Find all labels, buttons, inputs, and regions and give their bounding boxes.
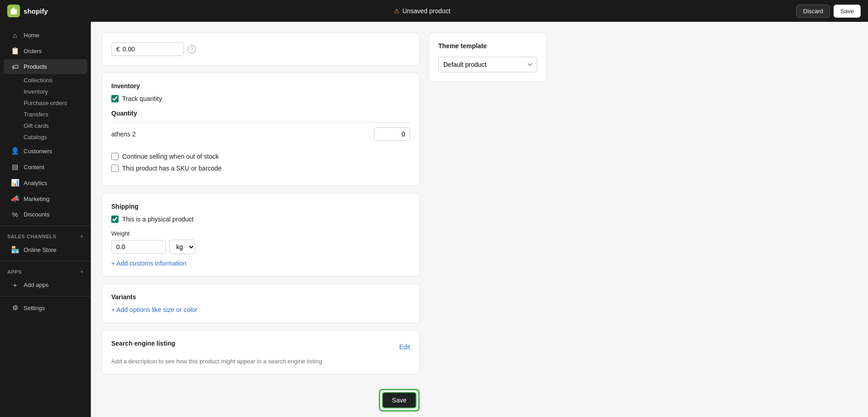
content-icon: ▤ [11, 163, 19, 171]
online-store-icon: 🏪 [11, 246, 19, 254]
physical-product-label: This is a physical product [122, 216, 193, 223]
seo-description: Add a description to see how this produc… [111, 358, 410, 365]
sidebar-label-collections: Collections [24, 77, 53, 84]
sidebar-divider-1 [0, 226, 91, 226]
expand-icon[interactable]: + [80, 233, 84, 240]
sales-channels-label: Sales channels [7, 234, 56, 239]
physical-product-row: This is a physical product [111, 216, 410, 223]
discounts-icon: % [11, 211, 19, 218]
theme-template-title: Theme template [438, 42, 537, 50]
add-options-link[interactable]: + Add options like size or color [111, 306, 410, 313]
quantity-input[interactable] [374, 127, 410, 141]
sidebar-item-settings[interactable]: ⚙ Settings [4, 300, 87, 316]
add-customs-label: + Add customs information [111, 260, 186, 267]
theme-template-card: Theme template Default product [429, 33, 547, 82]
apps-label: Apps [7, 269, 22, 275]
sidebar-label-catalogs: Catalogs [24, 134, 47, 141]
save-button-bottom[interactable]: Save [382, 392, 417, 408]
seo-header-row: Search engine listing Edit [111, 340, 410, 354]
sidebar-label-discounts: Discounts [24, 211, 50, 218]
price-input-row: € ? [111, 42, 410, 56]
sidebar-label-orders: Orders [24, 48, 42, 55]
sidebar-item-gift-cards[interactable]: Gift cards [4, 120, 87, 131]
sidebar-item-catalogs[interactable]: Catalogs [4, 131, 87, 143]
sidebar-item-analytics[interactable]: 📊 Analytics [4, 175, 87, 191]
content-area: € ? Inventory Track quantity Quantity [102, 33, 857, 417]
sidebar-divider-2 [0, 261, 91, 261]
physical-product-checkbox[interactable] [111, 216, 119, 223]
price-field[interactable] [123, 45, 159, 53]
sidebar-item-products[interactable]: 🏷 Products [4, 59, 87, 74]
shopify-logo: shopify [7, 5, 48, 17]
apps-section: Apps + [0, 265, 91, 277]
bottom-save-area: Save [102, 382, 420, 417]
sidebar-divider-3 [0, 296, 91, 296]
sku-barcode-label: This product has a SKU or barcode [122, 165, 222, 172]
main-content: € ? Inventory Track quantity Quantity [91, 22, 868, 417]
sidebar-item-transfers[interactable]: Transfers [4, 109, 87, 120]
quantity-row: athens 2 [111, 122, 410, 146]
location-name: athens 2 [111, 131, 136, 138]
topbar-left: shopify [7, 5, 48, 17]
sidebar-label-inventory: Inventory [24, 88, 48, 95]
seo-edit-link[interactable]: Edit [399, 343, 410, 351]
sidebar-item-marketing[interactable]: 📣 Marketing [4, 191, 87, 206]
sidebar-label-home: Home [24, 32, 40, 39]
logo-text: shopify [24, 7, 48, 15]
sidebar-label-gift-cards: Gift cards [24, 122, 49, 129]
sales-channels-section: Sales channels + [0, 230, 91, 241]
shipping-card: Shipping This is a physical product Weig… [102, 193, 420, 276]
seo-title: Search engine listing [111, 340, 175, 347]
discard-button[interactable]: Discard [796, 5, 830, 18]
sidebar-item-collections[interactable]: Collections [4, 75, 87, 86]
weight-row: kg lb oz g [111, 240, 410, 254]
variants-card: Variants + Add options like size or colo… [102, 284, 420, 323]
sidebar: ⌂ Home 📋 Orders 🏷 Products Collections I… [0, 22, 91, 417]
continue-selling-label: Continue selling when out of stock [122, 153, 218, 160]
marketing-icon: 📣 [11, 195, 19, 203]
save-highlight: Save [379, 389, 420, 412]
sku-barcode-row: This product has a SKU or barcode [111, 165, 410, 172]
sidebar-item-content[interactable]: ▤ Content [4, 159, 87, 175]
sidebar-item-online-store[interactable]: 🏪 Online Store [4, 242, 87, 257]
currency-symbol: € [116, 45, 120, 53]
track-quantity-checkbox[interactable] [111, 95, 119, 102]
variants-title: Variants [111, 293, 410, 301]
sidebar-label-settings: Settings [24, 305, 45, 311]
inventory-card: Inventory Track quantity Quantity athens… [102, 73, 420, 186]
continue-selling-checkbox[interactable] [111, 153, 119, 160]
shipping-title: Shipping [111, 203, 410, 210]
sidebar-item-home[interactable]: ⌂ Home [4, 28, 87, 43]
seo-card: Search engine listing Edit Add a descrip… [102, 330, 420, 374]
orders-icon: 📋 [11, 47, 19, 55]
sidebar-item-inventory[interactable]: Inventory [4, 86, 87, 97]
sidebar-item-orders[interactable]: 📋 Orders [4, 43, 87, 59]
topbar-actions: Discard Save [796, 5, 861, 18]
weight-unit-select[interactable]: kg lb oz g [169, 240, 195, 254]
sidebar-label-purchase-orders: Purchase orders [24, 100, 67, 106]
weight-input[interactable] [111, 240, 166, 254]
page-title: Unsaved product [402, 7, 451, 15]
add-customs-link[interactable]: + Add customs information [111, 260, 410, 267]
help-icon[interactable]: ? [188, 45, 196, 53]
theme-template-select[interactable]: Default product [438, 57, 537, 72]
main-layout: ⌂ Home 📋 Orders 🏷 Products Collections I… [0, 22, 868, 417]
apps-expand-icon[interactable]: + [80, 269, 84, 275]
shopify-bag-icon [7, 5, 20, 17]
warning-icon: ⚠ [394, 7, 400, 15]
quantity-title: Quantity [111, 110, 410, 117]
sku-barcode-checkbox[interactable] [111, 165, 119, 172]
sidebar-label-products: Products [24, 63, 47, 70]
sidebar-item-discounts[interactable]: % Discounts [4, 207, 87, 222]
price-input-wrapper: € [111, 42, 184, 56]
continue-selling-row: Continue selling when out of stock [111, 153, 410, 160]
sidebar-item-purchase-orders[interactable]: Purchase orders [4, 97, 87, 109]
sidebar-item-add-apps[interactable]: + Add apps [4, 277, 87, 292]
save-button-top[interactable]: Save [833, 5, 861, 18]
add-apps-icon: + [11, 281, 19, 289]
price-card: € ? [102, 33, 420, 65]
content-main: € ? Inventory Track quantity Quantity [102, 33, 420, 417]
track-quantity-row: Track quantity [111, 95, 410, 102]
sidebar-item-customers[interactable]: 👤 Customers [4, 143, 87, 159]
sidebar-label-marketing: Marketing [24, 196, 50, 202]
